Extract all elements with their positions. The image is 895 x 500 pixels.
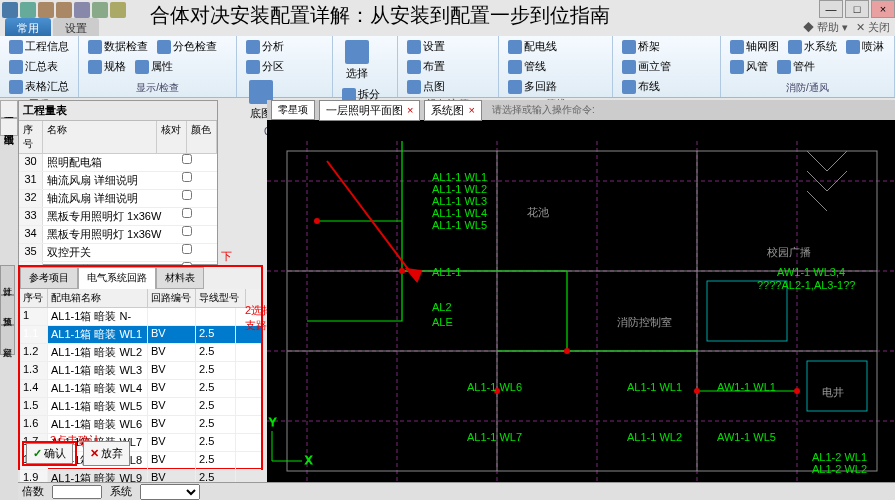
btn-point[interactable]: 点图 — [404, 78, 448, 95]
btn-duct[interactable]: 风管 — [727, 58, 771, 75]
left-tab-drawing[interactable]: 图纸管理 — [0, 118, 18, 136]
tab-reference[interactable]: 参考项目 — [20, 267, 78, 289]
svg-text:花池: 花池 — [527, 206, 549, 218]
qat-icon[interactable] — [92, 2, 108, 18]
btn-sprinkler[interactable]: 喷淋 — [843, 38, 887, 55]
palette-icon — [157, 40, 171, 54]
circuit-row[interactable]: 1.2AL1-1箱 暗装 WL2BV2.5 — [20, 344, 261, 362]
strip-calc[interactable]: 计算 — [0, 265, 15, 295]
col-color: 颜色 — [187, 121, 217, 153]
btn-data-check[interactable]: 数据检查 — [85, 38, 151, 55]
row-checkbox[interactable] — [182, 154, 192, 164]
close-tab-icon[interactable]: × — [407, 104, 413, 116]
btn-project-info[interactable]: 工程信息 — [6, 38, 72, 55]
status-bar: 倍数 系统 — [18, 482, 895, 500]
row-checkbox[interactable] — [182, 226, 192, 236]
col-name: 名称 — [43, 121, 157, 153]
btn-device-set[interactable]: 设置 — [404, 38, 448, 55]
svg-text:AL2: AL2 — [432, 301, 452, 313]
btn-attr[interactable]: 属性 — [132, 58, 176, 75]
close-link[interactable]: ✕ 关闭 — [856, 20, 890, 35]
circuit-row[interactable]: 1AL1-1箱 暗装 N- — [20, 308, 261, 326]
tree-row[interactable]: 33黑板专用照明灯 1x36W — [19, 208, 217, 226]
svg-text:AW1-1 WL3,4: AW1-1 WL3,4 — [777, 266, 845, 278]
btn-layout[interactable]: 布置 — [404, 58, 448, 75]
bridge-icon — [622, 40, 636, 54]
qat-redo-icon[interactable] — [56, 2, 72, 18]
close-tab-icon[interactable]: × — [468, 104, 474, 116]
btn-bridge[interactable]: 桥架 — [619, 38, 663, 55]
maximize-button[interactable]: □ — [845, 0, 869, 18]
qat-icon[interactable] — [110, 2, 126, 18]
tab-material[interactable]: 材料表 — [156, 267, 204, 289]
circuit-panel: 参考项目 电气系统回路 材料表 序号 配电箱名称 回路编号 导线型号 1AL1-… — [18, 265, 263, 470]
magnification-input[interactable] — [52, 485, 102, 499]
svg-text:ALE: ALE — [432, 316, 453, 328]
tree-row[interactable]: 35双控开关 — [19, 244, 217, 262]
cad-tab-system[interactable]: 系统图× — [424, 100, 481, 121]
btn-summary[interactable]: 汇总表 — [6, 58, 72, 75]
cad-tab-misc[interactable]: 零星项 — [271, 100, 315, 120]
btn-axis[interactable]: 轴网图 — [727, 38, 782, 55]
col-seq: 序号 — [20, 289, 48, 307]
btn-spec[interactable]: 规格 — [85, 58, 129, 75]
btn-wiring[interactable]: 布线 — [619, 78, 663, 95]
svg-text:AL1-1 WL1: AL1-1 WL1 — [432, 171, 487, 183]
btn-pipe[interactable]: 管线 — [505, 58, 549, 75]
app-icon[interactable] — [2, 2, 18, 18]
tree-row[interactable]: 34黑板专用照明灯 1x36W — [19, 226, 217, 244]
system-select[interactable] — [140, 484, 200, 500]
svg-text:AW1-1 WL1: AW1-1 WL1 — [717, 381, 776, 393]
circuit-row[interactable]: 1.3AL1-1箱 暗装 WL3BV2.5 — [20, 362, 261, 380]
row-checkbox[interactable] — [182, 244, 192, 254]
close-button[interactable]: × — [871, 0, 895, 18]
qat-save-icon[interactable] — [20, 2, 36, 18]
svg-text:AL1-1 WL2: AL1-1 WL2 — [432, 183, 487, 195]
circuit-row[interactable]: 1.4AL1-1箱 暗装 WL4BV2.5 — [20, 380, 261, 398]
btn-select[interactable]: 选择 — [339, 38, 375, 83]
point-icon — [407, 80, 421, 94]
btn-multi-circuit[interactable]: 多回路 — [505, 78, 560, 95]
tree-row[interactable]: 31轴流风扇 详细说明 — [19, 172, 217, 190]
btn-color-check[interactable]: 分色检查 — [154, 38, 220, 55]
col-box: 配电箱名称 — [48, 289, 148, 307]
strip-budget[interactable]: 预算 — [0, 295, 15, 325]
tab-electrical[interactable]: 电气系统回路 — [78, 267, 156, 289]
left-tab-project[interactable]: 项目管理 — [0, 100, 18, 118]
row-checkbox[interactable] — [182, 172, 192, 182]
strip-quota[interactable]: 定额 — [0, 325, 15, 355]
btn-table-summary[interactable]: 表格汇总 — [6, 78, 72, 95]
svg-text:????AL2-1,AL3-1??: ????AL2-1,AL3-1?? — [757, 279, 855, 291]
btn-water[interactable]: 水系统 — [785, 38, 840, 55]
cad-tab-lighting[interactable]: 一层照明平面图× — [319, 100, 420, 121]
confirm-button[interactable]: ✓确认 — [26, 443, 73, 464]
btn-fitting[interactable]: 管件 — [774, 58, 818, 75]
tree-row[interactable]: 32轴流风扇 详细说明 — [19, 190, 217, 208]
discard-button[interactable]: ✕放弃 — [83, 441, 130, 466]
btn-riser[interactable]: 画立管 — [619, 58, 674, 75]
btn-partition[interactable]: 分区 — [243, 58, 287, 75]
row-checkbox[interactable] — [182, 190, 192, 200]
svg-text:AL1-1 WL7: AL1-1 WL7 — [467, 431, 522, 443]
circuit-row[interactable]: 1.5AL1-1箱 暗装 WL5BV2.5 — [20, 398, 261, 416]
svg-rect-10 — [287, 151, 877, 471]
qat-undo-icon[interactable] — [38, 2, 54, 18]
cad-canvas[interactable]: Y X AL1-1 WL1 AL1-1 WL2 AL1-1 WL3 AL1-1 … — [267, 120, 895, 482]
row-checkbox[interactable] — [182, 208, 192, 218]
water-icon — [788, 40, 802, 54]
page-title: 合体对决安装配置详解：从安装到配置一步到位指南 — [150, 2, 610, 29]
tree-row[interactable]: 30照明配电箱 — [19, 154, 217, 172]
check-icon — [88, 40, 102, 54]
btn-power-line[interactable]: 配电线 — [505, 38, 560, 55]
circuit-icon — [508, 80, 522, 94]
minimize-button[interactable]: — — [819, 0, 843, 18]
qat-icon[interactable] — [74, 2, 90, 18]
project-panel: 工程量表 序号 名称 核对 颜色 30照明配电箱31轴流风扇 详细说明32轴流风… — [18, 100, 218, 265]
circuit-row[interactable]: 1.1AL1-1箱 暗装 WL1BV2.5 — [20, 326, 261, 344]
tree-headers: 序号 名称 核对 颜色 — [19, 121, 217, 154]
circuit-row[interactable]: 1.6AL1-1箱 暗装 WL6BV2.5 — [20, 416, 261, 434]
info-icon — [9, 40, 23, 54]
btn-analyze[interactable]: 分析 — [243, 38, 287, 55]
help-link[interactable]: ◆ 帮助 ▾ — [803, 20, 848, 35]
x-icon: ✕ — [90, 447, 99, 460]
